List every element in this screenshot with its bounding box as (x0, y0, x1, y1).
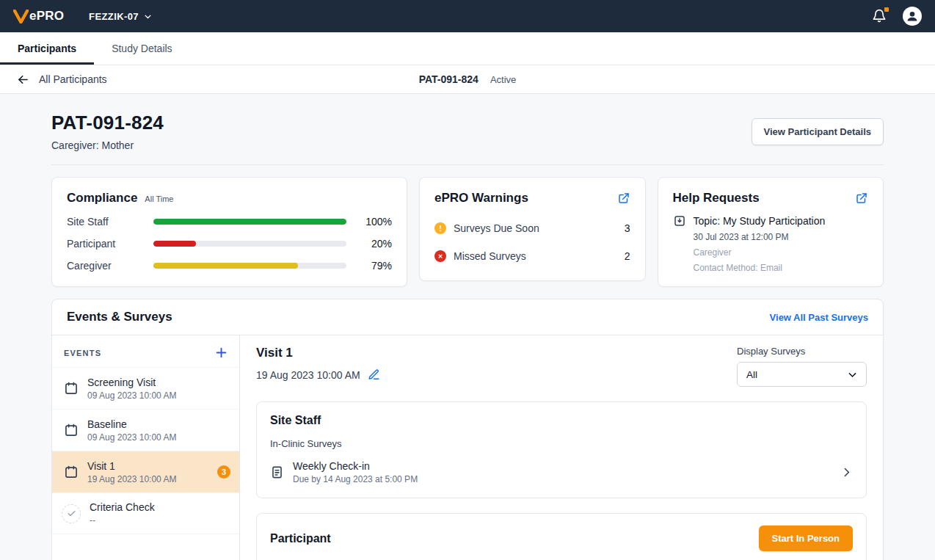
edit-visit-button[interactable] (368, 368, 380, 381)
chevron-right-icon (840, 466, 853, 479)
open-help-requests-button[interactable] (855, 192, 868, 205)
survey-due: Due by 14 Aug 2023 at 5:00 PM (293, 474, 418, 484)
calendar-icon (64, 381, 79, 396)
event-name: Criteria Check (90, 501, 155, 513)
person-icon (904, 8, 920, 24)
help-requester: Caregiver (694, 247, 869, 258)
event-detail-panel: Visit 1 19 Aug 2023 10:00 AM Display Sur… (240, 335, 883, 560)
event-name: Baseline (87, 418, 176, 430)
view-participant-details-button[interactable]: View Participant Details (752, 118, 884, 145)
progress-track (153, 241, 346, 247)
tab-participants[interactable]: Participants (0, 32, 94, 65)
open-warnings-button[interactable] (617, 192, 630, 205)
event-datetime: -- (90, 515, 155, 526)
view-all-past-surveys-link[interactable]: View All Past Surveys (770, 312, 868, 323)
visit-title: Visit 1 (256, 346, 380, 360)
event-item-screening-visit[interactable]: Screening Visit 09 Aug 2023 10:00 AM (52, 367, 239, 409)
compliance-row-caregiver: Caregiver 79% (67, 260, 392, 272)
progress-track (153, 263, 346, 269)
help-datetime: 30 Jul 2023 at 12:00 PM (694, 232, 869, 242)
main-content: PAT-091-824 Caregiver: Mother View Parti… (0, 94, 935, 560)
start-in-person-button[interactable]: Start In Person (759, 526, 853, 551)
breadcrumb-bar: All Participants PAT-091-824 Active (0, 65, 935, 94)
back-button[interactable]: All Participants (16, 73, 107, 87)
plus-icon (215, 346, 228, 359)
logo-text: ePRO (29, 9, 64, 23)
compliance-label: Caregiver (67, 260, 143, 272)
progress-fill (153, 263, 298, 269)
chevron-down-icon (144, 12, 152, 21)
event-item-visit-1[interactable]: Visit 1 19 Aug 2023 10:00 AM 3 (52, 451, 239, 492)
progress-fill (153, 241, 196, 247)
display-surveys-label: Display Surveys (737, 346, 805, 357)
back-label: All Participants (39, 73, 107, 85)
document-icon (270, 465, 284, 480)
compliance-value: 100% (357, 216, 392, 228)
display-surveys-select[interactable]: All (737, 362, 867, 387)
notifications-button[interactable] (870, 7, 888, 25)
event-name: Screening Visit (87, 377, 176, 388)
calendar-icon (64, 423, 79, 437)
calendar-icon (64, 465, 79, 479)
help-topic: Topic: My Study Participation (694, 215, 826, 227)
help-contact-method: Contact Method: Email (694, 263, 869, 273)
compliance-row-site-staff: Site Staff 100% (67, 216, 392, 228)
tab-study-details[interactable]: Study Details (94, 32, 189, 65)
compliance-title: Compliance (67, 191, 137, 206)
compliance-label: Site Staff (67, 216, 143, 228)
event-name: Visit 1 (87, 460, 176, 472)
event-item-criteria-check[interactable]: Criteria Check -- (52, 492, 239, 534)
compliance-period-label: All Time (145, 194, 173, 203)
study-name: FEZZIK-07 (89, 11, 139, 22)
warning-count: 3 (625, 222, 630, 234)
compliance-label: Participant (67, 238, 143, 250)
survey-row-weekly-check-in[interactable]: Weekly Check-in Due by 14 Aug 2023 at 5:… (270, 460, 853, 484)
warning-label: Missed Surveys (454, 250, 526, 262)
event-item-baseline[interactable]: Baseline 09 Aug 2023 10:00 AM (52, 409, 239, 451)
topic-inbox-icon (673, 214, 686, 228)
warning-row-due-soon: Surveys Due Soon 3 (434, 214, 630, 242)
external-link-icon (617, 192, 630, 205)
event-count-badge: 3 (217, 465, 230, 479)
add-event-button[interactable] (215, 346, 228, 359)
select-value: All (746, 369, 757, 380)
survey-name: Weekly Check-in (293, 460, 418, 472)
app-logo[interactable]: ePRO (13, 9, 64, 23)
section-divider (51, 164, 884, 165)
arrow-left-icon (16, 73, 30, 87)
help-requests-title: Help Requests (673, 191, 760, 206)
help-requests-card: Help Requests Topic: My Study Participat… (658, 177, 884, 287)
compliance-card: Compliance All Time Site Staff 100% Part… (51, 177, 407, 287)
edit-pencil-icon (368, 368, 380, 381)
chevron-down-icon (848, 370, 857, 379)
progress-track (153, 219, 346, 225)
events-panel: EVENTS Screening Visit 09 Aug 2023 10:00… (52, 335, 240, 560)
epro-warnings-card: ePRO Warnings Surveys Due Soon 3 Missed … (419, 177, 646, 281)
study-selector[interactable]: FEZZIK-07 (84, 10, 156, 23)
event-datetime: 09 Aug 2023 10:00 AM (87, 390, 176, 401)
tab-bar: Participants Study Details (0, 32, 935, 65)
breadcrumb-participant-id: PAT-091-824 (419, 73, 479, 85)
dashed-check-icon (62, 504, 81, 523)
site-staff-section: Site Staff In-Clinic Surveys Weekly Chec… (256, 401, 867, 498)
events-surveys-title: Events & Surveys (67, 310, 172, 324)
progress-fill (153, 219, 346, 225)
warnings-title: ePRO Warnings (434, 191, 528, 206)
visit-datetime: 19 Aug 2023 10:00 AM (256, 369, 360, 381)
participant-section: Participant Start In Person In-Clinic Su… (256, 513, 867, 560)
user-avatar-button[interactable] (903, 7, 922, 26)
notification-badge-dot (883, 6, 890, 13)
warning-label: Surveys Due Soon (454, 222, 539, 234)
site-staff-title: Site Staff (270, 414, 321, 427)
top-bar: ePRO FEZZIK-07 (0, 0, 935, 32)
due-soon-icon (434, 222, 446, 234)
event-datetime: 09 Aug 2023 10:00 AM (87, 432, 176, 443)
participant-title: Participant (270, 532, 331, 545)
logo-v-icon (13, 10, 29, 23)
events-label: EVENTS (64, 349, 101, 357)
in-clinic-surveys-label: In-Clinic Surveys (270, 438, 853, 449)
compliance-value: 20% (357, 238, 392, 250)
page-subtitle: Caregiver: Mother (51, 139, 164, 151)
missed-icon (434, 250, 446, 262)
events-surveys-card: Events & Surveys View All Past Surveys E… (51, 299, 884, 560)
